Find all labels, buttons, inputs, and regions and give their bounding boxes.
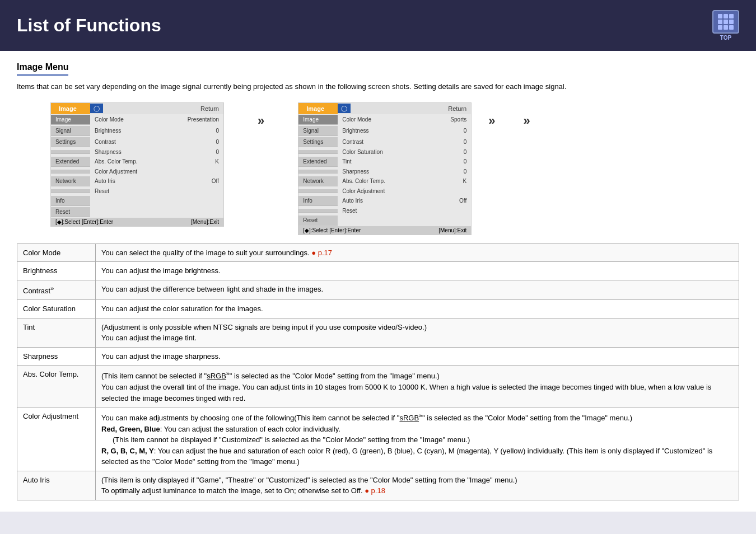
menu-footer-2: [◆]:Select [Enter]:Enter[Menu]:Exit: [298, 226, 471, 235]
function-desc-abs-color-temp: (This item cannot be selected if "sRGB»"…: [96, 366, 739, 407]
function-desc-contrast: You can adjust the difference between li…: [96, 280, 739, 300]
menu-item-blank-2: [51, 170, 90, 174]
menu-item-network-1: Network: [51, 176, 90, 186]
menu-tab-image-2: Image: [298, 103, 338, 114]
menu-icon-1: ◯: [90, 104, 103, 113]
menu-item-blank-3: [51, 189, 90, 193]
menu-item-blank-1: [51, 150, 90, 154]
table-row: Tint (Adjustment is only possible when N…: [17, 318, 739, 347]
menu-item-image-1: Image: [51, 115, 90, 125]
menu-item-settings-1: Settings: [51, 137, 90, 147]
menu-tab-image-1: Image: [51, 103, 90, 114]
page-header: List of Functions TOP: [0, 0, 756, 51]
function-name-color-saturation: Color Saturation: [17, 300, 96, 318]
table-row: Abs. Color Temp. (This item cannot be se…: [17, 366, 739, 407]
function-desc-color-adjustment: You can make adjustments by choosing one…: [96, 407, 739, 471]
contrast-sup: »: [50, 285, 54, 292]
link-p17[interactable]: ● p.17: [311, 249, 332, 257]
table-row: Color Mode You can select the quality of…: [17, 243, 739, 262]
menu-item-blank-6: [298, 189, 338, 193]
menu-item-blank-7: [298, 209, 338, 213]
menu-item-image-2: Image: [298, 115, 338, 125]
arrow-right-1: »: [258, 114, 264, 128]
section-title: Image Menu: [17, 62, 68, 76]
table-row: Brightness You can adjust the image brig…: [17, 262, 739, 280]
image-menu-section: Image Menu Items that can be set vary de…: [17, 62, 739, 500]
screenshot-2: Image ◯ Return Image Color ModeSports Si…: [298, 102, 472, 235]
function-table: Color Mode You can select the quality of…: [17, 243, 739, 500]
function-name-abs-color-temp: Abs. Color Temp.: [17, 366, 96, 407]
link-p18[interactable]: ● p.18: [365, 486, 385, 495]
function-desc-brightness: You can adjust the image brightness.: [96, 262, 739, 280]
arrow-right-2: »: [488, 114, 495, 128]
screenshot-1: Image ◯ Return Image Color ModePresentat…: [50, 102, 224, 227]
function-name-color-adjustment: Color Adjustment: [17, 407, 96, 471]
menu-item-blank-5: [298, 170, 338, 174]
table-row: Color Adjustment You can make adjustment…: [17, 407, 739, 471]
function-desc-sharpness: You can adjust the image sharpness.: [96, 347, 739, 366]
function-name-sharpness: Sharpness: [17, 347, 96, 366]
menu-item-info-2: Info: [298, 196, 338, 206]
function-name-color-mode: Color Mode: [17, 243, 96, 262]
table-row: Color Saturation You can adjust the colo…: [17, 300, 739, 318]
menu-item-signal-2: Signal: [298, 126, 338, 136]
table-row: Auto Iris (This item is only displayed i…: [17, 471, 739, 500]
function-desc-tint: (Adjustment is only possible when NTSC s…: [96, 318, 739, 347]
menu-item-extended-1: Extended: [51, 157, 90, 167]
menu-item-network-2: Network: [298, 176, 338, 186]
top-label: TOP: [720, 35, 731, 41]
page-title: List of Functions: [17, 15, 161, 36]
menu-return-1: Return: [196, 104, 223, 114]
main-content: Image Menu Items that can be set vary de…: [0, 51, 756, 512]
function-name-auto-iris: Auto Iris: [17, 471, 96, 500]
menu-item-extended-2: Extended: [298, 157, 338, 167]
function-name-tint: Tint: [17, 318, 96, 347]
section-description: Items that can be set vary depending on …: [17, 81, 739, 92]
function-name-brightness: Brightness: [17, 262, 96, 280]
function-name-contrast: Contrast»: [17, 280, 96, 300]
menu-item-blank-4: [298, 150, 338, 154]
menu-item-settings-2: Settings: [298, 137, 338, 147]
function-desc-color-mode: You can select the quality of the image …: [96, 243, 739, 262]
arrow-right-3: »: [524, 114, 530, 128]
top-nav-icon[interactable]: TOP: [712, 10, 739, 41]
menu-footer-1: [◆]:Select [Enter]:Enter[Menu]:Exit: [51, 218, 223, 226]
menu-icon-2: ◯: [338, 104, 351, 113]
menu-item-signal-1: Signal: [51, 126, 90, 136]
function-desc-auto-iris: (This item is only displayed if "Game", …: [96, 471, 739, 500]
menu-item-reset-1: Reset: [51, 207, 90, 217]
function-desc-color-saturation: You can adjust the color saturation for …: [96, 300, 739, 318]
menu-return-2: Return: [444, 104, 471, 114]
menu-item-info-1: Info: [51, 196, 90, 206]
table-row: Contrast» You can adjust the difference …: [17, 280, 739, 300]
table-row: Sharpness You can adjust the image sharp…: [17, 347, 739, 366]
menu-item-reset-2: Reset: [298, 216, 338, 226]
